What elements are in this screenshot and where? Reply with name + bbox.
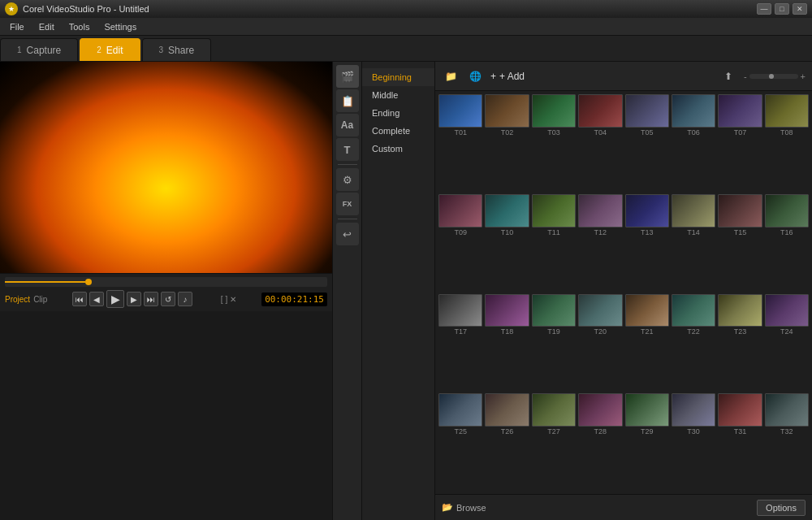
thumbnail-t22[interactable]: T22 bbox=[672, 294, 715, 392]
thumbnail-t14[interactable]: T14 bbox=[672, 194, 715, 292]
thumbnail-t15[interactable]: T15 bbox=[718, 194, 762, 292]
nav-complete[interactable]: Complete bbox=[362, 122, 434, 140]
thumbnail-t32[interactable]: T32 bbox=[765, 393, 809, 491]
close-button[interactable]: ✕ bbox=[793, 3, 807, 15]
thumbnail-panel: 📁 🌐 + + Add ⬆ - + T01 T02 T03 bbox=[435, 62, 812, 520]
thumbnail-t16[interactable]: T16 bbox=[765, 194, 809, 292]
sidebar-divider-2 bbox=[338, 219, 357, 219]
thumbnail-t31[interactable]: T31 bbox=[718, 393, 762, 491]
clip-label[interactable]: Clip bbox=[33, 295, 47, 304]
scrubber-bar[interactable] bbox=[5, 277, 327, 287]
thumbnail-grid: T01 T02 T03 T04 T05 T06 T07 T08 T09 T1 bbox=[435, 91, 812, 494]
sidebar-settings-icon[interactable]: ⚙ bbox=[336, 168, 359, 191]
thumbnail-t08[interactable]: T08 bbox=[765, 94, 809, 192]
browse-label: Browse bbox=[456, 503, 486, 513]
scrubber-thumb[interactable] bbox=[85, 279, 92, 285]
browse-button[interactable]: 📂 Browse bbox=[442, 502, 486, 513]
thumbnail-t04[interactable]: T04 bbox=[578, 94, 622, 192]
maximize-button[interactable]: □ bbox=[775, 3, 789, 15]
thumbnail-t25[interactable]: T25 bbox=[438, 393, 482, 491]
sidebar-media-icon[interactable]: 🎬 bbox=[336, 65, 359, 88]
thumbnail-t09[interactable]: T09 bbox=[438, 194, 482, 292]
menu-bar: File Edit Tools Settings bbox=[0, 18, 812, 36]
playback-buttons: ⏮ ◀ ▶ ▶ ⏭ ↺ ♪ bbox=[72, 290, 192, 308]
out-marker[interactable]: ] bbox=[226, 295, 228, 304]
thumbnail-t26[interactable]: T26 bbox=[485, 393, 529, 491]
title-controls: — □ ✕ bbox=[757, 3, 807, 15]
thumbnail-t20[interactable]: T20 bbox=[578, 294, 622, 392]
tab-bar: 1 Capture 2 Edit 3 Share bbox=[0, 36, 812, 62]
preview-video-area bbox=[0, 62, 332, 273]
prev-frame-button[interactable]: ⏮ bbox=[72, 292, 87, 306]
tab-capture[interactable]: 1 Capture bbox=[0, 38, 78, 61]
title-bar-left: ★ Corel VideoStudio Pro - Untitled bbox=[5, 2, 149, 15]
nav-beginning[interactable]: Beginning bbox=[362, 68, 434, 86]
thumbnail-t11[interactable]: T11 bbox=[532, 194, 576, 292]
minimize-button[interactable]: — bbox=[757, 3, 771, 15]
folder-icon[interactable]: 📁 bbox=[442, 67, 460, 85]
thumbnail-t06[interactable]: T06 bbox=[672, 94, 715, 192]
nav-custom[interactable]: Custom bbox=[362, 140, 434, 158]
thumbnail-t13[interactable]: T13 bbox=[625, 194, 669, 292]
sidebar: 🎬 📋 Aa T ⚙ FX ↩ bbox=[333, 62, 362, 520]
volume-button[interactable]: ♪ bbox=[178, 292, 192, 306]
thumbnail-t17[interactable]: T17 bbox=[438, 294, 482, 392]
thumbnail-t27[interactable]: T27 bbox=[532, 393, 576, 491]
thumbnail-t19[interactable]: T19 bbox=[532, 294, 576, 392]
play-button[interactable]: ▶ bbox=[106, 290, 124, 308]
next-frame-button[interactable]: ⏭ bbox=[144, 292, 158, 306]
in-marker[interactable]: [ bbox=[221, 295, 223, 304]
nav-ending[interactable]: Ending bbox=[362, 104, 434, 122]
thumbnail-t21[interactable]: T21 bbox=[625, 294, 669, 392]
options-button[interactable]: Options bbox=[757, 500, 806, 516]
menu-file[interactable]: File bbox=[3, 20, 31, 33]
scrubber-track bbox=[5, 281, 85, 283]
sidebar-titles-icon[interactable]: Aa bbox=[336, 114, 359, 136]
project-label[interactable]: Project bbox=[5, 295, 30, 304]
thumbnail-t28[interactable]: T28 bbox=[578, 393, 622, 491]
tab-edit[interactable]: 2 Edit bbox=[80, 38, 140, 61]
sidebar-fx-icon[interactable]: FX bbox=[336, 193, 359, 215]
step-back-button[interactable]: ◀ bbox=[89, 292, 104, 306]
sidebar-transitions-icon[interactable]: 📋 bbox=[336, 89, 359, 112]
thumbnail-t29[interactable]: T29 bbox=[625, 393, 669, 491]
sidebar-text-icon[interactable]: T bbox=[336, 138, 359, 161]
globe-icon[interactable]: 🌐 bbox=[466, 67, 484, 85]
zoom-in-icon[interactable]: + bbox=[801, 72, 806, 81]
thumbnail-t18[interactable]: T18 bbox=[485, 294, 529, 392]
tab-share[interactable]: 3 Share bbox=[142, 38, 212, 61]
add-label: + Add bbox=[499, 71, 525, 82]
thumbnail-t05[interactable]: T05 bbox=[625, 94, 669, 192]
playback-controls-row: Project Clip ⏮ ◀ ▶ ▶ ⏭ ↺ ♪ [ ] ✕ 00:0 bbox=[5, 290, 327, 308]
thumbnail-t23[interactable]: T23 bbox=[718, 294, 762, 392]
thumbnail-t10[interactable]: T10 bbox=[485, 194, 529, 292]
menu-tools[interactable]: Tools bbox=[63, 20, 97, 33]
title-text: Corel VideoStudio Pro - Untitled bbox=[23, 4, 149, 14]
preview-panel: Project Clip ⏮ ◀ ▶ ▶ ⏭ ↺ ♪ [ ] ✕ 00:0 bbox=[0, 62, 333, 520]
sidebar-divider bbox=[338, 164, 357, 165]
timecode-display: 00:00:21:15 bbox=[261, 292, 327, 306]
in-out-markers: [ ] ✕ bbox=[221, 295, 237, 304]
sidebar-undo-icon[interactable]: ↩ bbox=[336, 223, 359, 245]
import-icon[interactable]: ⬆ bbox=[719, 67, 737, 85]
preview-controls: Project Clip ⏮ ◀ ▶ ▶ ⏭ ↺ ♪ [ ] ✕ 00:0 bbox=[0, 273, 332, 311]
menu-settings[interactable]: Settings bbox=[97, 20, 143, 33]
nav-middle[interactable]: Middle bbox=[362, 86, 434, 104]
thumbnail-t01[interactable]: T01 bbox=[438, 94, 482, 192]
loop-button[interactable]: ↺ bbox=[161, 292, 175, 306]
menu-edit[interactable]: Edit bbox=[32, 20, 61, 33]
thumbnail-t24[interactable]: T24 bbox=[765, 294, 809, 392]
zoom-slider[interactable] bbox=[749, 74, 798, 79]
add-icon: + bbox=[490, 71, 496, 82]
thumbnail-t07[interactable]: T07 bbox=[718, 94, 762, 192]
app-icon: ★ bbox=[5, 2, 18, 15]
zoom-out-icon[interactable]: - bbox=[744, 72, 747, 81]
thumbnail-bottom-bar: 📂 Browse Options bbox=[435, 494, 812, 520]
thumbnail-t30[interactable]: T30 bbox=[672, 393, 715, 491]
thumbnail-t02[interactable]: T02 bbox=[485, 94, 529, 192]
thumbnail-t12[interactable]: T12 bbox=[578, 194, 622, 292]
thumbnail-t03[interactable]: T03 bbox=[532, 94, 576, 192]
prev-scene[interactable]: ✕ bbox=[230, 295, 236, 304]
add-button[interactable]: + + Add bbox=[490, 71, 525, 82]
step-forward-button[interactable]: ▶ bbox=[127, 292, 141, 306]
